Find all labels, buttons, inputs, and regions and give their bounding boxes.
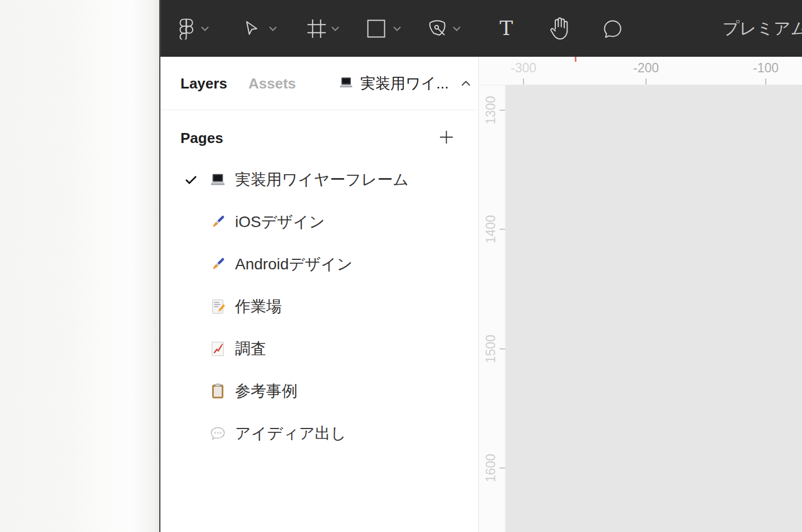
- pages-list: 実装用ワイヤーフレーム iOSデザイン: [160, 159, 478, 455]
- laptop-emoji-icon: [339, 75, 354, 92]
- tab-assets[interactable]: Assets: [248, 57, 296, 110]
- ruler-label: 1400: [483, 215, 498, 243]
- page-item-label: 作業場: [235, 285, 282, 328]
- page-item-label: Androidデザイン: [235, 243, 353, 285]
- page-item-label: 調査: [235, 328, 266, 370]
- page-item-wireframe[interactable]: 実装用ワイヤーフレーム: [160, 159, 478, 201]
- ruler-label: 1500: [483, 334, 498, 363]
- ruler-tick: [500, 467, 505, 469]
- add-page-button[interactable]: [435, 127, 457, 149]
- text-tool-button[interactable]: T: [495, 0, 517, 57]
- pages-header: Pages: [160, 122, 478, 154]
- horizontal-ruler: -300 -200 -100: [479, 57, 802, 85]
- hash-frame-icon: [307, 19, 326, 38]
- ruler-label: -100: [753, 57, 779, 79]
- cursor-icon: [244, 20, 260, 37]
- rectangle-icon: [367, 19, 385, 38]
- ruler-label: 1600: [483, 454, 498, 482]
- frame-tool-button[interactable]: [304, 0, 329, 57]
- ruler-tick: [765, 78, 766, 85]
- paintbrush-emoji-icon: [209, 214, 226, 233]
- clipboard-emoji-icon: [209, 383, 226, 402]
- page-item-research[interactable]: 調査: [160, 328, 478, 370]
- pen-tool-dropdown-chevron[interactable]: [449, 0, 464, 57]
- ruler-label: -300: [511, 57, 536, 79]
- ruler-label: -200: [633, 57, 659, 79]
- checkmark-icon: [185, 175, 197, 187]
- page-item-android-design[interactable]: Androidデザイン: [160, 243, 478, 285]
- figma-window: T プレミアム Layers Assets: [0, 0, 802, 532]
- shape-tool-dropdown-chevron[interactable]: [389, 0, 405, 57]
- page-item-label: 実装用ワイヤーフレーム: [235, 159, 409, 201]
- laptop-emoji-icon: [209, 171, 226, 190]
- move-tool-button[interactable]: [241, 0, 263, 57]
- ruler-tick: [645, 78, 647, 85]
- figma-menu-dropdown-chevron[interactable]: [197, 0, 213, 57]
- panel-tabs-row: Layers Assets 実装用ワイ...: [160, 57, 478, 110]
- chevron-up-icon: [461, 78, 471, 88]
- page-item-ios-design[interactable]: iOSデザイン: [160, 201, 478, 243]
- pen-nib-icon: [428, 18, 448, 38]
- cursor-position-marker: [575, 57, 576, 62]
- canvas-area[interactable]: -300 -200 -100 1300 1400 1500 1600: [479, 57, 802, 532]
- file-title[interactable]: プレミアム: [722, 0, 802, 57]
- ruler-tick: [500, 348, 505, 349]
- hand-icon: [548, 16, 570, 41]
- frame-tool-dropdown-chevron[interactable]: [327, 0, 343, 57]
- layers-panel: Layers Assets 実装用ワイ... Pages: [160, 57, 479, 532]
- plus-icon: [438, 129, 454, 147]
- desktop-backdrop: [0, 0, 160, 532]
- toolbar: T プレミアム: [160, 0, 802, 57]
- tab-layers[interactable]: Layers: [180, 57, 227, 110]
- page-item-ideation[interactable]: アイディア出し: [160, 412, 478, 455]
- paintbrush-emoji-icon: [209, 256, 226, 275]
- chart-increasing-emoji-icon: [209, 341, 226, 359]
- page-selector-label: 実装用ワイ...: [360, 73, 449, 93]
- canvas-background[interactable]: [506, 85, 802, 532]
- speech-balloon-emoji-icon: [209, 425, 226, 444]
- shape-tool-button[interactable]: [364, 0, 388, 57]
- speech-bubble-icon: [602, 18, 623, 39]
- page-item-label: アイディア出し: [235, 412, 346, 455]
- hand-tool-button[interactable]: [546, 0, 572, 57]
- memo-emoji-icon: [209, 298, 226, 317]
- pages-title: Pages: [180, 122, 223, 154]
- page-item-references[interactable]: 参考事例: [160, 370, 478, 412]
- ruler-label: 1300: [483, 96, 498, 124]
- page-item-label: 参考事例: [235, 370, 297, 412]
- page-item-workspace[interactable]: 作業場: [160, 285, 478, 328]
- page-selector[interactable]: 実装用ワイ...: [327, 57, 478, 110]
- pen-tool-button[interactable]: [426, 0, 450, 57]
- figma-logo-icon: [179, 17, 194, 40]
- comment-tool-button[interactable]: [600, 0, 625, 57]
- vertical-ruler: 1300 1400 1500 1600: [479, 85, 506, 532]
- page-item-label: iOSデザイン: [235, 201, 325, 243]
- ruler-tick: [523, 78, 524, 85]
- ruler-tick: [500, 110, 505, 111]
- text-T-icon: T: [500, 18, 513, 38]
- move-tool-dropdown-chevron[interactable]: [265, 0, 281, 57]
- ruler-tick: [500, 229, 505, 230]
- figma-menu-button[interactable]: [174, 0, 198, 57]
